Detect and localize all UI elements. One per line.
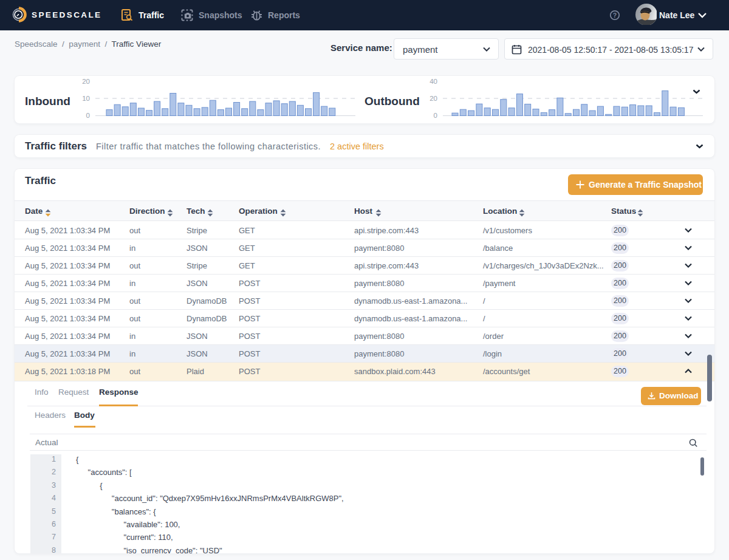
svg-text:40: 40 <box>430 78 437 85</box>
svg-text:20: 20 <box>82 78 90 85</box>
svg-text:0: 0 <box>86 112 90 119</box>
svg-text:10: 10 <box>82 95 90 102</box>
svg-text:0: 0 <box>434 112 437 119</box>
svg-text:?: ? <box>613 12 617 19</box>
svg-text:20: 20 <box>430 95 437 102</box>
